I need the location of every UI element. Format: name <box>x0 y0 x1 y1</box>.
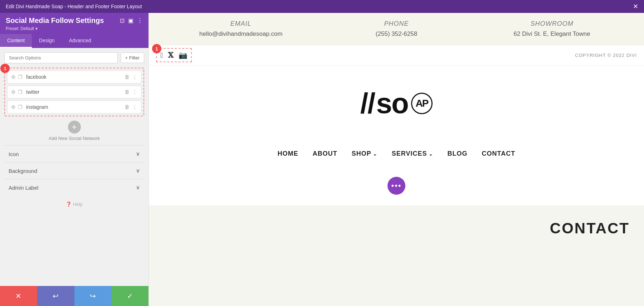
nav-blog[interactable]: BLOG <box>448 150 468 157</box>
info-bar: EMAIL hello@divihandmadesoap.com PHONE (… <box>149 13 644 45</box>
social-item-name-instagram: instagram <box>26 104 125 110</box>
more-icon[interactable]: ⋮ <box>132 74 137 80</box>
undo-button[interactable]: ↩ <box>37 286 74 306</box>
duplicate-icon[interactable]: ❐ <box>18 104 23 110</box>
tab-content[interactable]: Content <box>0 34 32 48</box>
title-bar: Edit Divi Handmade Soap - Header and Foo… <box>0 0 644 13</box>
phone-value: (255) 352-6258 <box>319 30 474 38</box>
delete-icon[interactable]: 🗑 <box>125 89 130 95</box>
nav-services[interactable]: SERVICES ⌄ <box>392 150 433 157</box>
chevron-down-icon: ∨ <box>136 184 140 191</box>
list-item: ⚙ ❐ instagram 🗑 ⋮ <box>7 101 141 113</box>
add-circle-icon: + <box>68 121 81 133</box>
social-icons-row: 1  𝕏 📷 <box>156 48 192 62</box>
instagram-icon[interactable]: 📷 <box>179 51 187 59</box>
search-input[interactable] <box>4 52 118 63</box>
admin-label-section-toggle[interactable]: Admin Label ∨ <box>4 179 144 196</box>
close-button[interactable]: ✕ <box>633 3 638 10</box>
social-items-container: 1 ⚙ ❐ facebook 🗑 ⋮ ⚙ ❐ <box>4 68 144 116</box>
panel-header: Social Media Follow Settings ⊡ ▣ ⋮ Prese… <box>0 13 148 34</box>
more-icon[interactable]: ⋮ <box>132 89 137 95</box>
left-panel: Social Media Follow Settings ⊡ ▣ ⋮ Prese… <box>0 13 149 306</box>
logo: // so AP <box>360 87 433 120</box>
showroom-value: 62 Divi St. E, Elegant Towne <box>474 30 630 38</box>
background-section-label: Background <box>9 168 37 174</box>
contact-label: CONTACT <box>550 220 630 237</box>
main-nav: HOME ABOUT SHOP ⌄ SERVICES ⌄ BLOG CONTAC… <box>149 141 644 166</box>
redo-button[interactable]: ↪ <box>74 286 112 306</box>
nav-contact[interactable]: CONTACT <box>482 150 516 157</box>
settings-icon[interactable]: ⚙ <box>11 74 16 80</box>
email-label: EMAIL <box>163 20 319 28</box>
window-title: Edit Divi Handmade Soap - Header and Foo… <box>6 4 142 9</box>
footer-area: ••• <box>149 166 644 205</box>
logo-slashes: // <box>360 87 375 120</box>
duplicate-icon[interactable]: ❐ <box>18 74 23 80</box>
social-item-name-twitter: twitter <box>26 89 125 95</box>
nav-home[interactable]: HOME <box>278 150 298 157</box>
logo-area: // so AP <box>149 65 644 141</box>
preview-badge: 1 <box>152 44 161 53</box>
filter-icon: + <box>125 55 128 60</box>
help-icon: ❓ <box>66 201 72 207</box>
copyright-text: COPYRIGHT © 2022 DIVI <box>575 53 637 58</box>
info-email: EMAIL hello@divihandmadesoap.com <box>163 20 319 38</box>
panel-title: Social Media Follow Settings <box>6 16 104 25</box>
cancel-button[interactable]: ✕ <box>0 286 37 306</box>
panel-title-icons: ⊡ ▣ ⋮ <box>120 17 143 24</box>
social-item-name-facebook: facebook <box>26 74 125 80</box>
logo-ap-badge: AP <box>411 93 433 114</box>
background-section-toggle[interactable]: Background ∨ <box>4 162 144 179</box>
list-item: ⚙ ❐ twitter 🗑 ⋮ <box>7 86 141 98</box>
info-showroom: SHOWROOM 62 Divi St. E, Elegant Towne <box>474 20 630 38</box>
icon-section-label: Icon <box>9 151 19 157</box>
tab-design[interactable]: Design <box>32 34 62 48</box>
panel-preset[interactable]: Preset: Default <box>6 26 143 34</box>
logo-so: so <box>376 87 408 120</box>
chevron-down-icon: ⌄ <box>373 151 377 157</box>
settings-icon[interactable]: ⚙ <box>11 104 16 110</box>
more-icon[interactable]: ⋮ <box>132 104 137 110</box>
panel-body: + Filter 1 ⚙ ❐ facebook 🗑 ⋮ <box>0 48 148 286</box>
add-new-label: Add New Social Network <box>49 136 100 141</box>
fullscreen-icon[interactable]: ⊡ <box>120 17 125 24</box>
admin-label-section-label: Admin Label <box>9 185 38 191</box>
chevron-down-icon: ∨ <box>136 151 140 157</box>
icon-section-toggle[interactable]: Icon ∨ <box>4 145 144 162</box>
panel-tabs: Content Design Advanced <box>0 34 148 48</box>
filter-label: Filter <box>129 55 140 60</box>
layout-icon[interactable]: ▣ <box>128 17 133 24</box>
twitter-icon[interactable]: 𝕏 <box>168 51 174 59</box>
filter-button[interactable]: + Filter <box>121 53 144 63</box>
email-value: hello@divihandmadesoap.com <box>163 30 319 38</box>
search-row: + Filter <box>4 52 144 63</box>
delete-icon[interactable]: 🗑 <box>125 74 130 80</box>
add-new-social-button[interactable]: + Add New Social Network <box>4 121 144 141</box>
nav-shop[interactable]: SHOP ⌄ <box>352 150 377 157</box>
bottom-bar: ✕ ↩ ↪ ✓ <box>0 286 148 306</box>
list-item: ⚙ ❐ facebook 🗑 ⋮ <box>7 71 141 83</box>
settings-icon[interactable]: ⚙ <box>11 89 16 95</box>
social-badge: 1 <box>0 64 10 73</box>
nav-about[interactable]: ABOUT <box>313 150 337 157</box>
social-bar: 1  𝕏 📷 COPYRIGHT © 2022 DIVI <box>149 45 644 65</box>
delete-icon[interactable]: 🗑 <box>125 104 130 110</box>
fab-button[interactable]: ••• <box>387 177 405 195</box>
duplicate-icon[interactable]: ❐ <box>18 89 23 95</box>
save-button[interactable]: ✓ <box>111 286 148 306</box>
right-panel: EMAIL hello@divihandmadesoap.com PHONE (… <box>149 13 644 306</box>
showroom-label: SHOWROOM <box>474 20 630 28</box>
chevron-down-icon: ∨ <box>136 167 140 174</box>
tab-advanced[interactable]: Advanced <box>62 34 98 48</box>
help-link[interactable]: ❓ Help <box>4 201 144 207</box>
info-phone: PHONE (255) 352-6258 <box>319 20 474 38</box>
facebook-icon[interactable]:  <box>160 51 163 59</box>
contact-section: CONTACT <box>149 205 644 251</box>
chevron-down-icon: ⌄ <box>429 151 433 157</box>
phone-label: PHONE <box>319 20 474 28</box>
more-icon[interactable]: ⋮ <box>137 17 143 24</box>
